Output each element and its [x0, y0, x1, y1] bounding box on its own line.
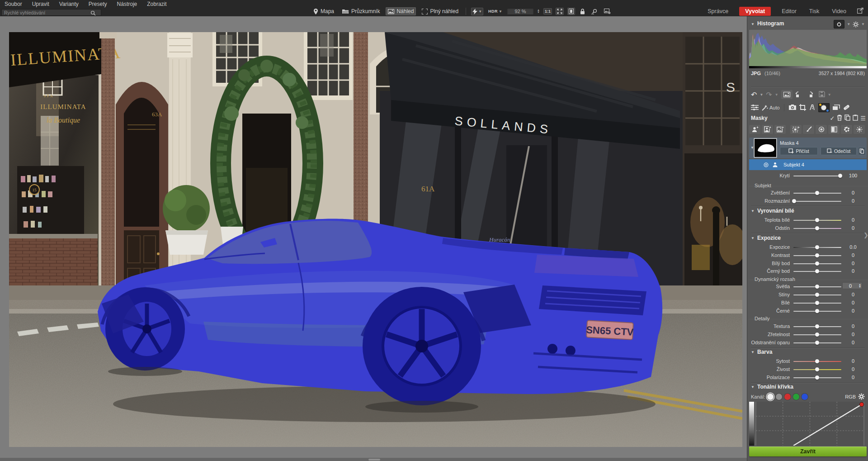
- panel-collapse-arrow[interactable]: ❯: [863, 232, 868, 238]
- retouch-icon[interactable]: [843, 104, 850, 112]
- mask-subtract-button[interactable]: Odečíst: [821, 147, 857, 155]
- photo-canvas[interactable]: SPA ILLUMINATA la Boutique: [9, 32, 742, 447]
- zoom-level-field[interactable]: 92 %: [507, 8, 533, 14]
- menu-varianty[interactable]: Varianty: [58, 0, 80, 8]
- collapse-color-icon[interactable]: ▼: [751, 350, 755, 354]
- curve-settings-icon[interactable]: [858, 393, 865, 401]
- close-develop-button[interactable]: Zavřít: [749, 447, 867, 456]
- svetla-slider[interactable]: [793, 286, 841, 287]
- share-icon[interactable]: [857, 8, 863, 15]
- zoom-region-button[interactable]: [590, 8, 599, 15]
- save-dropdown[interactable]: ▼: [828, 93, 831, 97]
- mask-thumbnail[interactable]: [755, 139, 776, 157]
- mask-add-button[interactable]: Přičíst: [780, 147, 818, 155]
- module-video[interactable]: Video: [830, 7, 848, 15]
- filmstrip-collapsed-bar[interactable]: [0, 458, 747, 461]
- spin-arrows[interactable]: ▲▼: [859, 284, 862, 288]
- fill-view-button[interactable]: [567, 8, 575, 15]
- tone-curve-editor[interactable]: [749, 402, 867, 446]
- quick-develop-button[interactable]: ▼: [471, 8, 483, 15]
- visibility-icon[interactable]: [764, 162, 769, 167]
- textura-slider[interactable]: [793, 326, 841, 327]
- odstin-slider[interactable]: [793, 228, 841, 229]
- expozice-slider[interactable]: [793, 247, 841, 248]
- opacity-slider[interactable]: [793, 176, 841, 176]
- settings-dropdown[interactable]: ▼: [861, 22, 865, 26]
- mask-menu-icon[interactable]: ☰: [860, 115, 866, 122]
- bilybod-slider[interactable]: [793, 263, 841, 264]
- mask-paste-icon[interactable]: [853, 114, 858, 122]
- mask-select-person-icon[interactable]: [749, 125, 760, 134]
- svetla-value-spinbox[interactable]: 0 ▲▼: [842, 282, 862, 289]
- preview-button[interactable]: Náhled: [386, 7, 416, 15]
- mask-gradient-icon[interactable]: [828, 125, 840, 134]
- zoom-stepper[interactable]: ▲▼: [537, 9, 540, 14]
- auto-enhance-button[interactable]: Auto: [761, 105, 780, 111]
- mask-copy-icon[interactable]: [844, 114, 850, 122]
- mask-luminance-icon[interactable]: [854, 125, 865, 134]
- zvetseni-slider[interactable]: [793, 193, 841, 194]
- channel-red[interactable]: [784, 394, 791, 400]
- mask-component-subjekt4[interactable]: Subjekt 4: [749, 159, 867, 170]
- search-input[interactable]: [1, 9, 101, 16]
- curve-endpoint-handle[interactable]: [859, 402, 863, 406]
- menu-nastroje[interactable]: Nástroje: [116, 0, 138, 8]
- module-vyvolat[interactable]: Vyvolat: [739, 7, 771, 16]
- menu-presety[interactable]: Presety: [88, 0, 108, 8]
- mask-delete-icon[interactable]: [837, 114, 842, 122]
- module-tisk[interactable]: Tisk: [807, 7, 821, 15]
- mask-expander-icon[interactable]: ▼: [750, 146, 754, 150]
- adjustments-icon[interactable]: [751, 104, 759, 112]
- overlay-dropdown[interactable]: ▼: [847, 22, 850, 26]
- overlay-display-button[interactable]: [834, 20, 844, 29]
- undo-icon[interactable]: ↶: [751, 90, 757, 99]
- polarizace-slider[interactable]: [793, 377, 841, 378]
- fit-view-button[interactable]: [556, 8, 564, 15]
- filmstrip-handle[interactable]: [368, 459, 380, 461]
- mask-duplicate-button[interactable]: [858, 147, 866, 155]
- mask-selection-icon[interactable]: [790, 125, 802, 134]
- module-spravce[interactable]: Správce: [706, 7, 730, 15]
- layers-icon[interactable]: [832, 105, 840, 111]
- module-editor[interactable]: Editor: [780, 7, 798, 15]
- zoom-1to1-button[interactable]: 1:1: [543, 8, 552, 14]
- histogram-settings-icon[interactable]: [853, 21, 859, 28]
- mask-apply-check-icon[interactable]: ✓: [830, 115, 835, 122]
- cerne-slider[interactable]: [793, 311, 841, 312]
- channel-gray[interactable]: [776, 394, 782, 400]
- mask-brush-icon[interactable]: [803, 125, 814, 134]
- browser-button[interactable]: Průzkumník: [340, 7, 382, 15]
- teplota-slider[interactable]: [793, 220, 841, 221]
- mask-item-maska4[interactable]: ▼ Maska 4 Přičíst Odečíst: [749, 138, 867, 158]
- undo-dropdown[interactable]: ▼: [760, 93, 763, 97]
- redo-dropdown[interactable]: ▼: [775, 93, 778, 97]
- kontrast-slider[interactable]: [793, 255, 841, 256]
- channel-green[interactable]: [793, 394, 799, 400]
- mask-select-background-icon[interactable]: [774, 125, 786, 134]
- preview-settings-button[interactable]: [603, 8, 612, 15]
- collapse-exposure-icon[interactable]: ▼: [751, 236, 755, 240]
- mask-select-portrait-icon[interactable]: [762, 125, 773, 134]
- menu-upravit[interactable]: Upravit: [31, 0, 50, 8]
- rotate-right-icon[interactable]: [806, 91, 813, 99]
- camera-raw-icon[interactable]: [788, 104, 797, 111]
- mask-radial-icon[interactable]: [816, 125, 827, 134]
- menu-zobrazit[interactable]: Zobrazit: [146, 0, 167, 8]
- zretelnost-slider[interactable]: [793, 334, 841, 335]
- crop-icon[interactable]: [799, 104, 806, 112]
- zivost-slider[interactable]: [793, 369, 841, 370]
- original-preview-icon[interactable]: [781, 90, 793, 99]
- oparu-slider[interactable]: [793, 342, 841, 343]
- menu-soubor[interactable]: Soubor: [4, 0, 23, 8]
- bile-slider[interactable]: [793, 303, 841, 304]
- search-icon[interactable]: [90, 10, 96, 18]
- mask-tool-icon-active[interactable]: [818, 103, 830, 112]
- full-preview-button[interactable]: Plný náhled: [420, 7, 461, 15]
- sytost-slider[interactable]: [793, 361, 841, 362]
- stiny-slider[interactable]: [793, 295, 841, 295]
- collapse-histogram-icon[interactable]: ▼: [751, 22, 755, 26]
- hdr-button[interactable]: HDR▼: [487, 8, 504, 14]
- channel-white[interactable]: [767, 394, 774, 400]
- rotate-left-icon[interactable]: [795, 91, 803, 99]
- channel-blue[interactable]: [802, 394, 808, 400]
